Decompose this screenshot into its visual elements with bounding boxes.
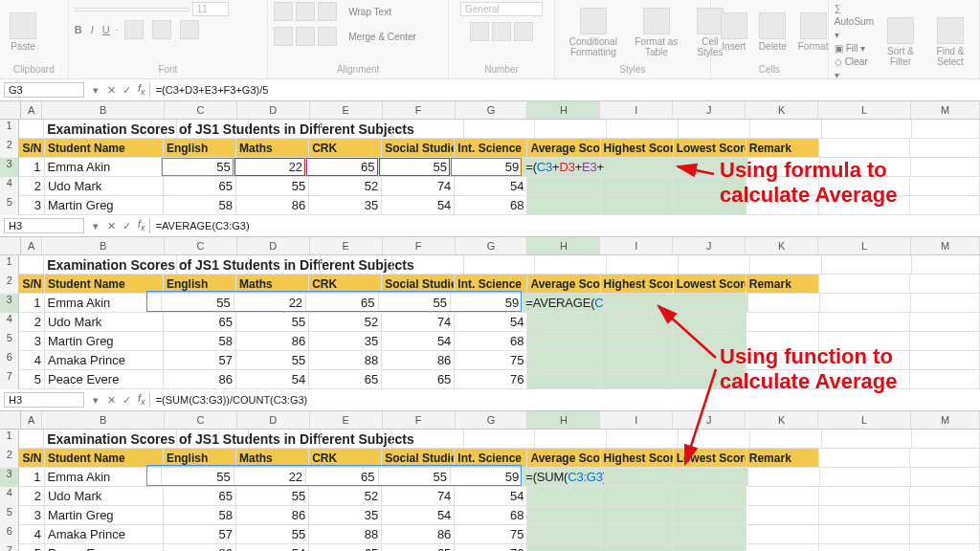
cell-average[interactable] [527,370,600,389]
col-header-E[interactable]: E [310,101,383,119]
font-size-select[interactable]: 11 [192,2,229,16]
name-box[interactable]: H3 [4,392,84,408]
cell-average[interactable]: =(C3+D3+E3+F3+G3)/5 [523,158,604,177]
fx-icon[interactable]: fx [138,392,145,407]
cell-average[interactable] [527,506,600,525]
fx-icon[interactable]: fx [138,218,145,232]
cell-average[interactable] [527,525,600,544]
row-header[interactable]: 2 [0,275,19,294]
col-header-F[interactable]: F [383,411,456,429]
col-header-J[interactable]: J [673,101,746,119]
accept-icon[interactable]: ✓ [119,84,134,97]
cell: Maths [236,275,309,294]
cell-average[interactable] [527,196,600,215]
col-header-I[interactable]: I [600,411,673,429]
col-header-D[interactable]: D [237,411,310,429]
cancel-icon[interactable]: ✕ [103,394,119,407]
col-header-M[interactable]: M [911,237,980,254]
fx-icon[interactable]: fx [138,82,145,97]
cell-average[interactable] [527,177,600,196]
row-header[interactable]: 1 [0,255,19,275]
col-header-A[interactable]: A [21,237,42,254]
row-header[interactable]: 4 [0,177,19,196]
dropdown-icon[interactable]: ▾ [88,394,103,407]
col-header-D[interactable]: D [237,237,310,254]
row-header[interactable]: 3 [0,468,19,487]
col-header-B[interactable]: B [42,101,165,119]
col-header-A[interactable]: A [21,101,42,119]
col-header-K[interactable]: K [746,237,818,254]
row-header[interactable]: 1 [0,430,19,449]
row-header[interactable]: 3 [0,158,19,177]
cell-average[interactable] [527,313,600,332]
col-header-L[interactable]: L [818,237,911,254]
col-header-E[interactable]: E [310,237,383,254]
cell-average[interactable] [527,544,600,551]
align-icon[interactable] [274,2,293,21]
name-box[interactable]: G3 [4,82,84,98]
cell: 74 [382,313,455,332]
col-header-H[interactable]: H [527,411,600,429]
row-header[interactable]: 4 [0,313,19,332]
formula-input[interactable]: =(SUM(C3:G3))/COUNT(C3:G3) [149,392,980,408]
cancel-icon[interactable]: ✕ [103,220,119,232]
number-format-select[interactable]: General [460,2,543,16]
col-header-C[interactable]: C [165,237,237,254]
row-header[interactable]: 5 [0,332,19,351]
row-header[interactable]: 1 [0,120,19,139]
paste-button[interactable]: Paste [6,11,40,54]
col-header-G[interactable]: G [456,237,528,254]
dropdown-icon[interactable]: ▾ [88,84,103,97]
col-header-E[interactable]: E [310,411,383,429]
col-header-J[interactable]: J [673,411,746,429]
col-header-I[interactable]: I [600,101,673,119]
col-header-M[interactable]: M [911,101,980,119]
col-header-M[interactable]: M [911,411,980,429]
col-header-L[interactable]: L [818,101,911,119]
font-name-select[interactable] [75,8,189,11]
row-header[interactable]: 2 [0,139,19,158]
accept-icon[interactable]: ✓ [119,394,134,407]
col-header-F[interactable]: F [383,101,456,119]
col-header-K[interactable]: K [746,411,818,429]
accept-icon[interactable]: ✓ [119,220,134,232]
cond-format-button[interactable]: Conditional Formatting [561,6,626,59]
col-header-H[interactable]: H [527,237,600,254]
row-header[interactable]: 7 [0,370,19,389]
cell-average[interactable]: =(SUM(C3:G3))/COUNT(C3:G3) [523,468,604,487]
border-icon[interactable] [124,20,144,39]
row-header[interactable]: 4 [0,487,19,506]
row-header[interactable]: 5 [0,196,19,215]
col-header-G[interactable]: G [456,101,528,119]
row-header[interactable]: 3 [0,294,19,313]
col-header-K[interactable]: K [746,101,818,119]
row-header[interactable]: 6 [0,351,19,370]
col-header-C[interactable]: C [165,101,237,119]
formula-input[interactable]: =(C3+D3+E3+F3+G3)/5 [149,82,980,98]
row-header[interactable]: 6 [0,525,19,544]
col-header-I[interactable]: I [600,237,673,254]
col-header-J[interactable]: J [673,237,746,254]
dropdown-icon[interactable]: ▾ [88,220,103,232]
fill-color-icon[interactable] [152,20,171,39]
cell-average[interactable]: =AVERAGE(C3:G3) [523,294,604,313]
col-header-F[interactable]: F [383,237,456,254]
cell-average[interactable] [527,487,600,506]
name-box[interactable]: H3 [4,218,84,233]
col-header-B[interactable]: B [42,411,165,429]
col-header-C[interactable]: C [165,411,237,429]
cell-average[interactable] [527,351,600,370]
col-header-L[interactable]: L [818,411,911,429]
row-header[interactable]: 7 [0,544,19,551]
cell-average[interactable] [527,332,600,351]
formula-input[interactable]: =AVERAGE(C3:G3) [149,218,980,233]
font-color-icon[interactable] [180,20,199,39]
cancel-icon[interactable]: ✕ [103,84,119,97]
col-header-D[interactable]: D [237,101,310,119]
col-header-A[interactable]: A [21,411,42,429]
col-header-G[interactable]: G [456,411,528,429]
row-header[interactable]: 5 [0,506,19,525]
col-header-B[interactable]: B [42,237,165,254]
col-header-H[interactable]: H [527,101,600,119]
row-header[interactable]: 2 [0,449,19,468]
